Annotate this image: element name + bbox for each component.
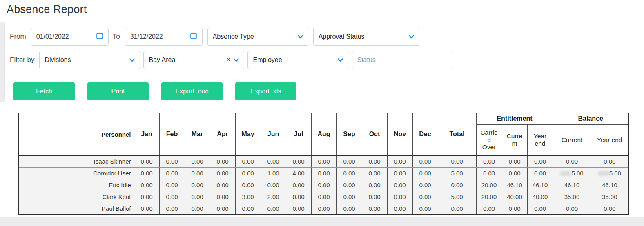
from-date-value: 01/01/2022 [36, 33, 69, 40]
entitlement-carried-over-cell: 0.00 [476, 167, 502, 179]
export-doc-button[interactable]: Export .doc [161, 82, 223, 100]
print-button[interactable]: Print [87, 82, 149, 100]
absence-report-table: Personnel Jan Feb Mar Apr May Jun Jul Au… [18, 113, 629, 215]
month-header: Nov [387, 113, 412, 155]
table-row: Isaac Skinner0.000.000.000.000.000.000.0… [18, 155, 628, 167]
month-value-cell: 0.00 [387, 179, 412, 191]
divisions-value: Divisions [45, 56, 71, 64]
month-value-cell: 0.00 [336, 179, 362, 191]
month-value-cell: 0.00 [210, 155, 235, 167]
balance-current-cell: 0.00 [553, 203, 591, 215]
status-input[interactable]: Status [352, 51, 452, 69]
month-value-cell: 0.00 [286, 179, 311, 191]
page-left-gutter [0, 22, 4, 102]
calendar-icon[interactable] [96, 32, 103, 41]
balance-year-end-cell: 0.00 [591, 203, 628, 215]
month-value-cell: 0.00 [311, 191, 336, 203]
entitlement-year-end-cell: 40.00 [527, 191, 553, 203]
clear-icon[interactable]: × [224, 56, 233, 64]
month-header: Jan [134, 113, 159, 155]
table-row: Clark Kent0.000.000.000.003.002.000.000.… [18, 191, 628, 203]
month-header: Apr [210, 113, 235, 155]
absence-type-value: Absence Type [213, 33, 254, 40]
division-multiselect[interactable]: Bay Area × [143, 51, 244, 69]
entitlement-current-cell: 0.00 [502, 167, 527, 179]
personnel-cell: Isaac Skinner [18, 155, 134, 167]
entitlement-header: Entitlement [476, 113, 553, 124]
entitlement-current-header: Current [502, 124, 527, 155]
month-value-cell: 0.00 [336, 203, 362, 215]
to-date-input[interactable]: 31/12/2022 [125, 28, 203, 46]
month-value-cell: 0.00 [362, 191, 387, 203]
month-value-cell: 0.00 [134, 191, 159, 203]
month-value-cell: 0.00 [134, 155, 159, 167]
month-value-cell: 0.00 [362, 155, 387, 167]
chevron-down-icon [409, 33, 414, 40]
month-value-cell: 0.00 [235, 167, 261, 179]
month-value-cell: 0.00 [185, 203, 210, 215]
page-bottom-strip [0, 217, 644, 226]
entitlement-carried-over-cell: 0.00 [476, 155, 502, 167]
month-header: Feb [159, 113, 185, 155]
calendar-icon[interactable] [190, 32, 197, 41]
absence-report-table-wrap: Personnel Jan Feb Mar Apr May Jun Jul Au… [18, 113, 629, 215]
month-header: May [235, 113, 261, 155]
month-value-cell: 0.00 [336, 191, 362, 203]
fetch-button[interactable]: Fetch [13, 82, 75, 100]
month-value-cell: 0.00 [159, 203, 185, 215]
month-value-cell: 0.00 [185, 155, 210, 167]
month-value-cell: 0.00 [412, 179, 438, 191]
month-value-cell: 0.00 [412, 155, 438, 167]
approval-status-select[interactable]: Approval Status [313, 28, 419, 46]
entitlement-carried-over-cell: 20.00 [476, 179, 502, 191]
month-value-cell: 0.00 [134, 203, 159, 215]
employee-select[interactable]: Employee [247, 51, 348, 69]
month-value-cell: 0.00 [387, 167, 412, 179]
month-header: Mar [185, 113, 210, 155]
month-header: Jul [286, 113, 311, 155]
from-date-input[interactable]: 01/01/2022 [31, 28, 109, 46]
balance-year-end-cell: 0.00 [591, 155, 628, 167]
divisions-select[interactable]: Divisions [39, 51, 140, 69]
month-value-cell: 0.00 [134, 179, 159, 191]
personnel-header: Personnel [18, 113, 134, 155]
entitlement-year-end-cell: 46.10 [527, 179, 553, 191]
month-value-cell: 0.00 [235, 155, 261, 167]
entitlement-current-cell: 46.10 [502, 179, 527, 191]
total-cell: 5.00 [438, 191, 476, 203]
to-label: To [113, 33, 120, 41]
filter-panel: From 01/01/2022 To 31/12/2022 [4, 22, 644, 102]
month-value-cell: 0.00 [235, 203, 261, 215]
personnel-cell: Eric Idle [18, 179, 134, 191]
personnel-cell: Comidor User [18, 167, 134, 179]
month-header: Aug [311, 113, 336, 155]
total-cell: 0.00 [438, 179, 476, 191]
month-value-cell: 0.00 [261, 203, 286, 215]
action-buttons: Fetch Print Export .doc Export .xls [9, 82, 301, 100]
month-value-cell: 0.00 [185, 167, 210, 179]
total-header: Total [438, 113, 476, 155]
absence-type-select[interactable]: Absence Type [207, 28, 308, 46]
month-value-cell: 0.00 [311, 203, 336, 215]
entitlement-year-end-cell: 0.00 [527, 155, 553, 167]
filter-by-label: Filter by [10, 56, 34, 64]
month-value-cell: 0.00 [336, 167, 362, 179]
total-cell: 5.00 [438, 167, 476, 179]
filter-row-dates: From 01/01/2022 To 31/12/2022 [10, 28, 419, 46]
entitlement-year-end-header: Year end [527, 124, 553, 155]
month-value-cell: 0.00 [412, 167, 438, 179]
month-value-cell: 0.00 [134, 167, 159, 179]
redaction-smudge [598, 171, 609, 176]
month-value-cell: 0.00 [362, 167, 387, 179]
month-value-cell: 0.00 [210, 191, 235, 203]
balance-current-cell: 46.10 [553, 179, 591, 191]
month-header: Oct [362, 113, 387, 155]
table-row: Paul Ballof0.000.000.000.000.000.000.000… [18, 203, 628, 215]
total-cell: 0.00 [438, 203, 476, 215]
balance-year-end-header: Year end [591, 124, 628, 155]
from-label: From [10, 33, 26, 41]
export-xls-button[interactable]: Export .xls [235, 82, 296, 100]
redaction-smudge [560, 171, 571, 176]
table-row: Eric Idle0.000.000.000.000.000.000.000.0… [18, 179, 628, 191]
entitlement-carried-over-cell: 20.00 [476, 191, 502, 203]
